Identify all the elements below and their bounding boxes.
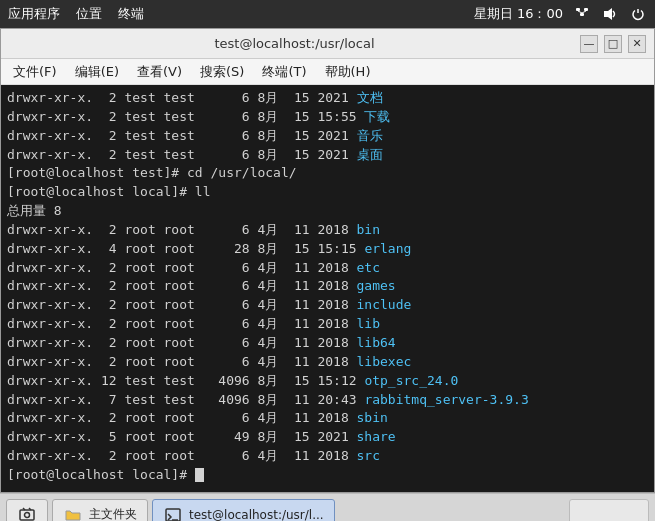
file-manager-button[interactable]: 主文件夹 <box>52 499 148 522</box>
file-manager-label: 主文件夹 <box>89 506 137 521</box>
close-button[interactable]: ✕ <box>628 35 646 53</box>
line-14: drwxr-xr-x. 2 root root 6 4月 11 2018 lib… <box>7 334 648 353</box>
taskbar-right-area <box>569 499 649 522</box>
terminal-taskbar-icon <box>163 505 183 522</box>
menu-bar: 文件(F) 编辑(E) 查看(V) 搜索(S) 终端(T) 帮助(H) <box>1 59 654 85</box>
screenshot-button[interactable] <box>6 499 48 522</box>
system-bar-left: 应用程序 位置 终端 <box>8 5 144 23</box>
line-18: drwxr-xr-x. 2 root root 6 4月 11 2018 sbi… <box>7 409 648 428</box>
system-bar: 应用程序 位置 终端 星期日 16：00 <box>0 0 655 28</box>
menu-file[interactable]: 文件(F) <box>5 61 65 83</box>
minimize-button[interactable]: — <box>580 35 598 53</box>
line-10: drwxr-xr-x. 2 root root 6 4月 11 2018 etc <box>7 259 648 278</box>
folder-icon <box>63 505 83 522</box>
line-15: drwxr-xr-x. 2 root root 6 4月 11 2018 lib… <box>7 353 648 372</box>
title-bar: test@localhost:/usr/local — □ ✕ <box>1 29 654 59</box>
line-12: drwxr-xr-x. 2 root root 6 4月 11 2018 inc… <box>7 296 648 315</box>
menu-help[interactable]: 帮助(H) <box>317 61 379 83</box>
terminal-taskbar-button[interactable]: test@localhost:/usr/l... <box>152 499 335 522</box>
system-bar-right: 星期日 16：00 <box>474 5 647 23</box>
terminal-menu[interactable]: 终端 <box>118 5 144 23</box>
line-20: drwxr-xr-x. 2 root root 6 4月 11 2018 src <box>7 447 648 466</box>
svg-rect-0 <box>576 8 580 11</box>
menu-search[interactable]: 搜索(S) <box>192 61 252 83</box>
line-5: [root@localhost test]# cd /usr/local/ <box>7 164 648 183</box>
line-8: drwxr-xr-x. 2 root root 6 4月 11 2018 bin <box>7 221 648 240</box>
svg-rect-1 <box>584 8 588 11</box>
window-controls: — □ ✕ <box>580 35 646 53</box>
menu-edit[interactable]: 编辑(E) <box>67 61 127 83</box>
position-menu[interactable]: 位置 <box>76 5 102 23</box>
apps-menu[interactable]: 应用程序 <box>8 5 60 23</box>
taskbar: 主文件夹 test@localhost:/usr/l... <box>0 493 655 521</box>
terminal-taskbar-label: test@localhost:/usr/l... <box>189 508 324 522</box>
svg-line-3 <box>578 11 582 13</box>
svg-point-7 <box>25 512 30 517</box>
svg-rect-6 <box>20 510 34 520</box>
line-19: drwxr-xr-x. 5 root root 49 8月 15 2021 sh… <box>7 428 648 447</box>
line-13: drwxr-xr-x. 2 root root 6 4月 11 2018 lib <box>7 315 648 334</box>
menu-terminal[interactable]: 终端(T) <box>254 61 314 83</box>
datetime-label: 星期日 16：00 <box>474 5 563 23</box>
network-icon <box>573 5 591 23</box>
line-3: drwxr-xr-x. 2 test test 6 8月 15 2021 音乐 <box>7 127 648 146</box>
speaker-icon <box>601 5 619 23</box>
menu-view[interactable]: 查看(V) <box>129 61 190 83</box>
title-bar-title: test@localhost:/usr/local <box>9 36 580 51</box>
line-17: drwxr-xr-x. 7 test test 4096 8月 11 20:43… <box>7 391 648 410</box>
line-9: drwxr-xr-x. 4 root root 28 8月 15 15:15 e… <box>7 240 648 259</box>
svg-rect-2 <box>580 13 584 16</box>
line-7: 总用量 8 <box>7 202 648 221</box>
line-11: drwxr-xr-x. 2 root root 6 4月 11 2018 gam… <box>7 277 648 296</box>
screenshot-icon <box>17 505 37 522</box>
line-4: drwxr-xr-x. 2 test test 6 8月 15 2021 桌面 <box>7 146 648 165</box>
svg-line-4 <box>582 11 586 13</box>
line-16: drwxr-xr-x. 12 test test 4096 8月 15 15:1… <box>7 372 648 391</box>
terminal-window: test@localhost:/usr/local — □ ✕ 文件(F) 编辑… <box>0 28 655 493</box>
line-2: drwxr-xr-x. 2 test test 6 8月 15 15:55 下载 <box>7 108 648 127</box>
line-1: drwxr-xr-x. 2 test test 6 8月 15 2021 文档 <box>7 89 648 108</box>
line-21: [root@localhost local]# <box>7 466 648 485</box>
maximize-button[interactable]: □ <box>604 35 622 53</box>
svg-marker-5 <box>604 8 612 20</box>
power-icon[interactable] <box>629 5 647 23</box>
line-6: [root@localhost local]# ll <box>7 183 648 202</box>
terminal-content[interactable]: drwxr-xr-x. 2 test test 6 8月 15 2021 文档 … <box>1 85 654 492</box>
